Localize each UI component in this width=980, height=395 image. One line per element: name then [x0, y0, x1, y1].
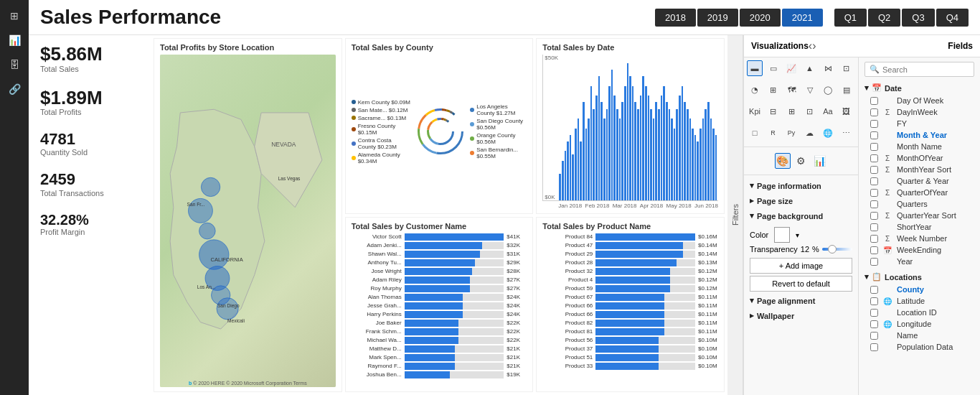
sidebar-data-icon[interactable]: 🗄 — [3, 55, 26, 75]
field-checkbox[interactable] — [870, 120, 878, 128]
legend-label: San Mate... $0.12M — [358, 107, 408, 113]
field-checkbox[interactable] — [870, 309, 878, 317]
field-label: Name — [897, 331, 918, 340]
viz-icon-slicer[interactable]: ⊟ — [765, 103, 781, 119]
hbar-fill — [595, 285, 670, 292]
viz-icon-map[interactable]: 🗺 — [783, 82, 799, 98]
page-bg-label: Page background — [757, 212, 823, 220]
field-checkbox[interactable] — [870, 200, 878, 208]
list-item: Alan Thomas $24K — [352, 294, 527, 301]
field-checkbox[interactable] — [870, 212, 878, 220]
hbar-fill — [595, 337, 658, 344]
field-checkbox[interactable] — [870, 297, 878, 305]
viz-icon-r[interactable]: R — [765, 125, 781, 141]
wallpaper-header[interactable]: ▸ Wallpaper — [744, 308, 858, 323]
viz-icon-col[interactable]: ▭ — [765, 60, 781, 76]
field-checkbox[interactable] — [870, 246, 878, 254]
field-label: Location ID — [897, 308, 937, 317]
viz-icon-more[interactable]: ⋯ — [839, 125, 854, 141]
viz-icon-cloud[interactable]: ☁ — [802, 125, 818, 141]
year-2018-button[interactable]: 2018 — [655, 9, 696, 27]
field-section-header-date[interactable]: ▾📅Date — [864, 81, 974, 95]
y-axis-top: $50K — [545, 55, 558, 61]
viz-icon-line[interactable]: 📈 — [783, 60, 799, 76]
fields-search-box[interactable]: 🔍 — [864, 62, 974, 77]
hbar-track — [595, 337, 695, 344]
field-checkbox[interactable] — [870, 332, 878, 340]
bar — [702, 118, 705, 200]
page-alignment-header[interactable]: ▾ Page alignment — [744, 293, 858, 308]
viz-icon-area[interactable]: ▲ — [802, 60, 818, 76]
field-checkbox[interactable] — [870, 189, 878, 197]
viz-icon-gauge[interactable]: ◯ — [820, 82, 836, 98]
fields-search-input[interactable] — [882, 65, 980, 74]
field-item: Σ DayInWeek — [864, 106, 974, 118]
viz-icon-card[interactable]: ▤ — [839, 82, 854, 98]
fields-panel: 🔍 ▾📅Date Day Of Week Σ DayInWeek FY Mont — [859, 57, 980, 395]
hbar-track — [405, 294, 504, 301]
hbar-fill — [595, 276, 670, 284]
viz-icon-ribbon[interactable]: ⋈ — [820, 60, 836, 76]
sidebar-model-icon[interactable]: 🔗 — [3, 79, 26, 99]
filters-strip[interactable]: Filters — [727, 35, 743, 395]
viz-icon-table[interactable]: ⊞ — [783, 103, 799, 119]
field-checkbox[interactable] — [870, 131, 878, 139]
viz-icon-scatter[interactable]: ⊡ — [839, 60, 854, 76]
viz-icon-pie[interactable]: ◔ — [747, 82, 763, 98]
transparency-slider[interactable] — [822, 248, 852, 251]
product-chart-title: Total Sales by Product Name — [542, 222, 718, 231]
bar — [697, 141, 699, 200]
year-2020-button[interactable]: 2020 — [740, 9, 781, 27]
viz-icon-py[interactable]: Py — [783, 125, 799, 141]
field-checkbox[interactable] — [870, 286, 878, 294]
q4-button[interactable]: Q4 — [936, 9, 969, 27]
field-checkbox[interactable] — [870, 177, 878, 185]
viz-icon-kpi[interactable]: Kpi — [747, 103, 763, 119]
field-checkbox[interactable] — [870, 143, 878, 151]
format-gear-icon[interactable]: ⚙ — [793, 153, 809, 169]
page-size-header[interactable]: ▸ Page size — [744, 193, 858, 208]
field-checkbox[interactable] — [870, 97, 878, 105]
viz-icon-treemap[interactable]: ⊞ — [765, 82, 781, 98]
field-checkbox[interactable] — [870, 258, 878, 266]
q1-button[interactable]: Q1 — [834, 9, 867, 27]
field-checkbox[interactable] — [870, 154, 878, 162]
viz-icon-image[interactable]: 🖼 — [839, 103, 854, 119]
list-item: Michael Wa... $22K — [352, 337, 527, 344]
year-2021-button[interactable]: 2021 — [782, 9, 823, 27]
field-checkbox[interactable] — [870, 343, 878, 351]
viz-icon-matrix[interactable]: ⊡ — [802, 103, 818, 119]
bar — [674, 129, 676, 200]
color-swatch[interactable] — [774, 227, 790, 243]
hbar-customer-name: Victor Scott — [352, 233, 402, 240]
field-checkbox[interactable] — [870, 108, 878, 116]
viz-icon-bar[interactable]: ▬ — [747, 60, 763, 76]
viz-icon-shape[interactable]: □ — [747, 125, 763, 141]
sidebar-home-icon[interactable]: ⊞ — [3, 6, 26, 26]
field-checkbox[interactable] — [870, 235, 878, 243]
bar-group — [543, 55, 718, 200]
sidebar-report-icon[interactable]: 📊 — [3, 30, 26, 50]
field-section-header-locations[interactable]: ▾📋Locations — [864, 270, 974, 284]
add-image-button[interactable]: + Add image — [750, 258, 852, 274]
viz-icon-text[interactable]: Aa — [820, 103, 836, 119]
format-analytics-icon[interactable]: 📊 — [812, 153, 828, 169]
field-checkbox[interactable] — [870, 320, 878, 328]
q3-button[interactable]: Q3 — [902, 9, 934, 27]
field-checkbox[interactable] — [870, 223, 878, 231]
field-checkbox[interactable] — [870, 166, 878, 174]
hbar-track — [405, 285, 504, 292]
field-label: MonthOfYear — [897, 154, 943, 162]
revert-default-button[interactable]: Revert to default — [750, 276, 852, 292]
viz-icon-globe[interactable]: 🌐 — [820, 125, 836, 141]
q2-button[interactable]: Q2 — [868, 9, 900, 27]
page-info-header[interactable]: ▾ Page information — [744, 178, 858, 193]
viz-icon-funnel[interactable]: ▽ — [802, 82, 818, 98]
dropdown-arrow[interactable]: ▾ — [796, 231, 799, 239]
format-paint-icon[interactable]: 🎨 — [775, 153, 791, 169]
hbar-value: $28K — [507, 268, 527, 274]
year-2019-button[interactable]: 2019 — [697, 9, 738, 27]
right-nav-right[interactable]: › — [812, 40, 816, 52]
page-bg-header[interactable]: ▾ Page background — [744, 208, 858, 223]
donut-container: Kern County $0.09M San Mate... $0.12M Sa… — [352, 55, 527, 209]
